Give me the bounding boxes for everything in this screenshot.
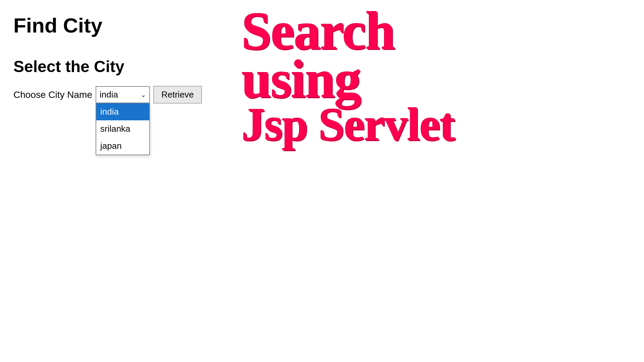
city-select-value: india xyxy=(100,89,140,100)
right-panel: Search using Jsp Servlet xyxy=(235,0,644,362)
form-row: Choose City Name india ⌄ india srilanka … xyxy=(13,86,221,104)
city-select-display[interactable]: india ⌄ xyxy=(96,86,150,103)
chevron-down-icon: ⌄ xyxy=(141,91,146,99)
hero-using-text: using xyxy=(241,55,454,103)
hero-text-block: Search using Jsp Servlet xyxy=(241,3,454,145)
dropdown-item-india[interactable]: india xyxy=(96,103,149,120)
left-panel: Find City Select the City Choose City Na… xyxy=(0,0,235,362)
retrieve-button[interactable]: Retrieve xyxy=(153,86,202,104)
choose-city-name-label: Choose City Name xyxy=(13,89,92,100)
city-select-wrapper: india ⌄ india srilanka japan xyxy=(96,86,150,103)
hero-jsp-servlet-text: Jsp Servlet xyxy=(241,103,454,145)
city-dropdown: india srilanka japan xyxy=(96,103,150,155)
hero-search-text: Search xyxy=(241,7,454,55)
page-container: Find City Select the City Choose City Na… xyxy=(0,0,644,362)
find-city-title: Find City xyxy=(13,13,221,37)
select-city-label: Select the City xyxy=(13,57,221,76)
dropdown-item-japan[interactable]: japan xyxy=(96,137,149,155)
dropdown-item-srilanka[interactable]: srilanka xyxy=(96,120,149,137)
